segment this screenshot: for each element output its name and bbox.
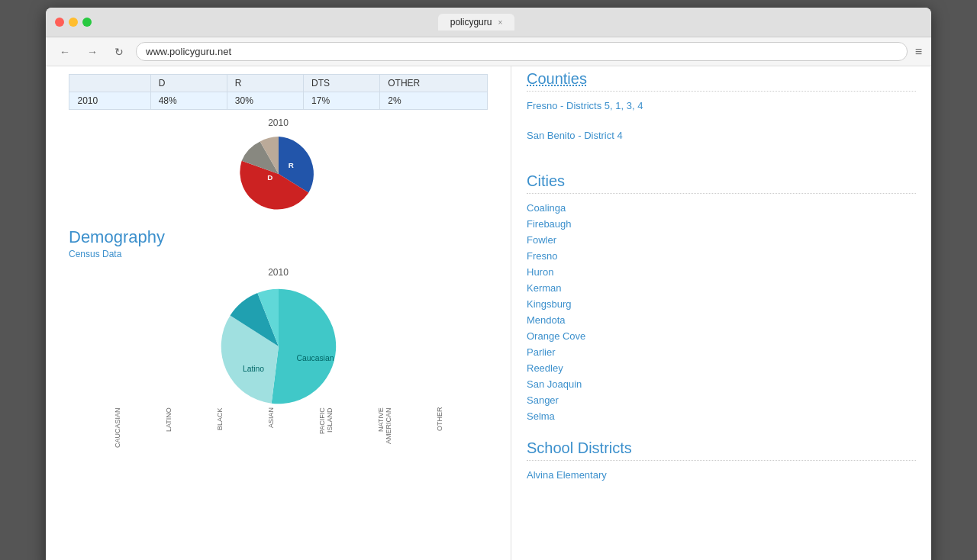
voting-year-label: 2010	[46, 117, 511, 128]
school-section: School Districts Alvina Elementary	[527, 439, 916, 483]
demography-year-label: 2010	[69, 267, 488, 278]
demography-subtitle: Census Data	[69, 249, 488, 259]
voting-pie-container: D R	[46, 136, 511, 212]
city-link-coalinga[interactable]: Coalinga	[527, 200, 916, 216]
xaxis-label-black: BLACK	[216, 407, 224, 453]
reload-button[interactable]: ↻	[110, 44, 128, 60]
row-other: 2%	[380, 92, 487, 110]
xaxis-label-native: NATIVE AMERICAN	[377, 407, 392, 453]
demography-pie-container: Latino Caucasian	[69, 285, 488, 407]
county-link-san-benito[interactable]: San Benito - District 4	[527, 127, 916, 143]
counties-title: Counties	[527, 66, 916, 88]
xaxis-label-caucasian: CAUCASIAN	[114, 407, 121, 453]
city-link-firebaugh[interactable]: Firebaugh	[527, 216, 916, 232]
pie-label-caucasian: Caucasian	[296, 354, 334, 362]
city-link-mendota[interactable]: Mendota	[527, 312, 916, 328]
xaxis-label-other: OTHER	[436, 407, 443, 453]
cities-divider	[527, 193, 916, 194]
xaxis-labels: CAUCASIAN LATINO BLACK ASIAN PACIFIC ISL…	[69, 407, 488, 453]
city-link-selma[interactable]: Selma	[527, 408, 916, 424]
tab-title: policyguru	[450, 17, 492, 27]
counties-section: Counties Fresno - Districts 5, 1, 3, 4 S…	[527, 66, 916, 157]
voting-table: D R DTS OTHER 2010 48% 30% 17% 2%	[69, 74, 487, 110]
city-link-sanger[interactable]: Sanger	[527, 392, 916, 408]
counties-divider	[527, 91, 916, 92]
pie-label-latino: Latino	[242, 365, 263, 373]
col-header-blank	[69, 75, 150, 92]
col-header-r: R	[227, 75, 303, 92]
traffic-lights	[55, 18, 92, 27]
row-dts: 17%	[304, 92, 380, 110]
cities-section: Cities Coalinga Firebaugh Fowler Fresno …	[527, 172, 916, 424]
close-button[interactable]	[55, 18, 64, 27]
city-link-kerman[interactable]: Kerman	[527, 280, 916, 296]
pie-label-d: D	[267, 173, 272, 182]
browser-window: policyguru × ← → ↻ www.policyguru.net ≡ …	[46, 8, 931, 560]
back-button[interactable]: ←	[55, 44, 75, 60]
maximize-button[interactable]	[82, 18, 92, 27]
table-row: 2010 48% 30% 17% 2%	[69, 92, 487, 110]
demography-section: Demography Census Data 2010	[46, 220, 511, 461]
col-header-d: D	[150, 75, 227, 92]
demography-pie-chart: Latino Caucasian	[218, 285, 340, 407]
city-link-kingsburg[interactable]: Kingsburg	[527, 296, 916, 312]
city-link-orange-cove[interactable]: Orange Cove	[527, 328, 916, 344]
row-d: 48%	[150, 92, 227, 110]
row-r: 30%	[227, 92, 303, 110]
browser-tab[interactable]: policyguru ×	[438, 14, 515, 31]
navbar: ← → ↻ www.policyguru.net ≡	[46, 37, 931, 66]
school-divider	[527, 460, 916, 461]
col-header-dts: DTS	[304, 75, 380, 92]
xaxis-label-pacific: PACIFIC ISLAND	[318, 407, 334, 453]
page-content: D R DTS OTHER 2010 48% 30% 17% 2%	[46, 66, 931, 560]
city-link-huron[interactable]: Huron	[527, 264, 916, 280]
school-title: School Districts	[527, 439, 916, 457]
menu-icon[interactable]: ≡	[915, 45, 922, 59]
city-link-fresno[interactable]: Fresno	[527, 248, 916, 264]
minimize-button[interactable]	[69, 18, 78, 27]
school-link-alvina[interactable]: Alvina Elementary	[527, 467, 916, 483]
cities-title: Cities	[527, 172, 916, 190]
xaxis-label-latino: LATINO	[165, 407, 173, 453]
row-year: 2010	[69, 92, 150, 110]
city-link-fowler[interactable]: Fowler	[527, 232, 916, 248]
city-link-reedley[interactable]: Reedley	[527, 360, 916, 376]
city-link-parlier[interactable]: Parlier	[527, 344, 916, 360]
tab-close-button[interactable]: ×	[498, 18, 502, 27]
demography-title: Demography	[69, 227, 488, 247]
titlebar: policyguru ×	[46, 8, 931, 37]
xaxis-label-asian: ASIAN	[267, 407, 275, 453]
forward-button[interactable]: →	[82, 44, 102, 60]
pie-slice-latino	[271, 289, 335, 404]
left-panel: D R DTS OTHER 2010 48% 30% 17% 2%	[46, 66, 511, 560]
right-panel: Counties Fresno - Districts 5, 1, 3, 4 S…	[511, 66, 931, 560]
county-link-fresno[interactable]: Fresno - Districts 5, 1, 3, 4	[527, 98, 916, 114]
address-bar[interactable]: www.policyguru.net	[136, 42, 908, 61]
voting-pie-chart: D R	[240, 136, 317, 212]
city-link-san-joaquin[interactable]: San Joaquin	[527, 376, 916, 392]
pie-label-r: R	[288, 161, 293, 169]
col-header-other: OTHER	[380, 75, 487, 92]
